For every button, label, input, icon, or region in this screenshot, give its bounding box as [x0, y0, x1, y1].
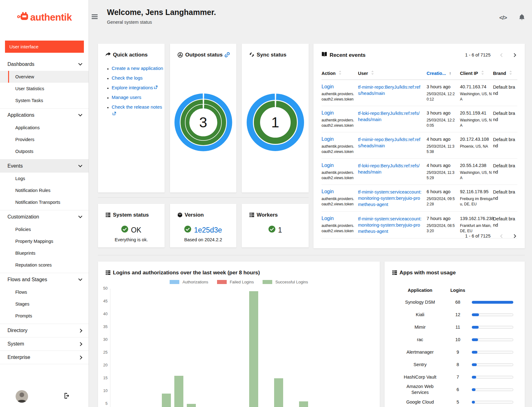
sidebar-section-label: Dashboards [7, 61, 34, 67]
event-creation-cell: 3 hours ago25/03/2024, 12:20:12 [427, 84, 460, 102]
legend-swatch [217, 280, 227, 284]
sidebar-section-header-customization[interactable]: Customization [0, 210, 89, 223]
pagination-label: 1 - 6 of 7125 [465, 233, 491, 238]
sidebar-item-flows[interactable]: Flows [0, 286, 89, 298]
legend-item-successful-logins[interactable]: Successful Logins [263, 280, 308, 284]
authentik-logo-text: authentik [30, 12, 72, 23]
event-action-cell: Loginauthentik.providers. oauth2.views.t… [322, 216, 358, 234]
event-client-ip-cell: 92.116.178.95Freiburg im Breisgau, DE, E… [460, 189, 493, 208]
event-action-link[interactable]: Login [322, 84, 334, 89]
sidebar-section-header-dashboards[interactable]: Dashboards [0, 58, 89, 71]
event-context: authentik.providers. oauth2.views.token [322, 196, 358, 207]
legend-item-failed-logins[interactable]: Failed Logins [217, 280, 254, 284]
app-usage-bar-cell [467, 376, 517, 379]
sidebar-item-blueprints[interactable]: Blueprints [0, 247, 89, 259]
event-row: Loginauthentik.providers. oauth2.views.t… [322, 80, 517, 106]
sidebar-section-header-system[interactable]: System [0, 337, 89, 351]
event-creation-cell: 4 hours ago25/03/2024, 11:35:29 [427, 163, 460, 181]
api-code-icon[interactable]: </> [499, 14, 507, 21]
sidebar-section-header-enterprise[interactable]: Enterprise [0, 351, 89, 364]
event-user-link[interactable]: tf-loki-repo:BeryJu/k8s:ref:refs/heads/m… [358, 163, 422, 175]
version-value-row: 1e25d3e [170, 226, 236, 234]
workers-card: Workers 1 [242, 204, 309, 248]
y-tick-label: 10 [98, 389, 108, 393]
sidebar-section-label: Customization [7, 214, 39, 220]
sidebar-item-outposts[interactable]: Outposts [0, 145, 89, 157]
events-table-body: Loginauthentik.providers. oauth2.views.t… [322, 80, 517, 238]
app-usage-bar-cell [467, 338, 517, 341]
apps-usage-row: Sentry8 [392, 358, 517, 371]
event-user-link[interactable]: tf-mimir-system:serviceaccount:monitorin… [358, 189, 422, 208]
column-label: Action [322, 71, 336, 76]
quick-action-link-manage-users[interactable]: Manage users [112, 95, 141, 100]
notifications-bell-icon[interactable] [519, 14, 525, 22]
app-usage-bar-track [472, 313, 513, 316]
sidebar-section-header-directory[interactable]: Directory [0, 324, 89, 337]
sign-out-icon[interactable] [64, 393, 70, 400]
sort-asc-icon: ↑ [449, 71, 451, 76]
chevron-down-icon [78, 277, 82, 281]
event-brand-cell: Default brand [493, 84, 517, 102]
app-usage-bar-track [472, 301, 513, 304]
column-header-user[interactable]: User [358, 71, 427, 76]
avatar[interactable] [16, 390, 28, 403]
version-value-link[interactable]: 1e25d3e [194, 226, 222, 234]
outpost-link-icon[interactable] [224, 52, 230, 59]
sidebar-item-prompts[interactable]: Prompts [0, 310, 89, 322]
app-usage-bar-fill [472, 363, 477, 366]
event-user-link[interactable]: tf-mimir-system:serviceaccount:monitorin… [358, 216, 422, 234]
sidebar-item-overview[interactable]: Overview [0, 71, 89, 83]
external-link-icon [153, 85, 157, 90]
sidebar-section-header-applications[interactable]: Applications [0, 109, 89, 122]
column-header-action[interactable]: Action [322, 71, 358, 76]
sidebar-item-notification-transports[interactable]: Notification Transports [0, 196, 89, 208]
sidebar-item-notification-rules[interactable]: Notification Rules [0, 184, 89, 196]
apps-table-header: ApplicationLogins [392, 285, 517, 296]
authentik-logo-icon [17, 11, 29, 24]
sidebar-item-logs[interactable]: Logs [0, 173, 89, 184]
app-usage-bar-fill [472, 326, 479, 329]
check-circle-icon [121, 226, 128, 234]
chevron-right-icon [78, 356, 82, 360]
sidebar-user-row [0, 390, 89, 403]
sync-status-card: Sync status 1 [242, 44, 309, 193]
quick-action-link-check-the-release-notes[interactable]: Check the release notes [112, 104, 162, 110]
sidebar-item-user-statistics[interactable]: User Statistics [0, 83, 89, 95]
sidebar-item-stages[interactable]: Stages [0, 298, 89, 310]
pagination-prev-button[interactable] [500, 234, 504, 238]
chart-bar [274, 378, 283, 407]
event-user-link[interactable]: tf-loki-repo:BeryJu/k8s:ref:refs/heads/m… [358, 110, 422, 123]
event-action-link[interactable]: Login [322, 136, 334, 142]
pagination-prev-button[interactable] [500, 53, 504, 57]
event-user-link[interactable]: tf-mimir-repo:BeryJu/k8s:ref:refs/heads/… [358, 84, 422, 96]
sidebar-item-policies[interactable]: Policies [0, 223, 89, 235]
event-action-link[interactable]: Login [322, 163, 334, 168]
sidebar-section-header-flows-and-stages[interactable]: Flows and Stages [0, 273, 89, 286]
sidebar-item-system-tasks[interactable]: System Tasks [0, 95, 89, 106]
user-interface-button[interactable]: User interface [5, 41, 84, 53]
event-action-link[interactable]: Login [322, 110, 334, 115]
pagination-next-button[interactable] [513, 53, 517, 57]
quick-action-link-create-a-new-application[interactable]: Create a new application [112, 66, 163, 71]
event-action-link[interactable]: Login [322, 216, 334, 221]
legend-item-authorizations[interactable]: Authorizations [170, 280, 208, 284]
sidebar-item-providers[interactable]: Providers [0, 134, 89, 145]
quick-action-link-explore-integrations[interactable]: Explore integrations [112, 85, 153, 90]
sidebar-item-applications[interactable]: Applications [0, 122, 89, 134]
sidebar-item-reputation-scores[interactable]: Reputation scores [0, 259, 89, 271]
column-header-creatio[interactable]: Creatio...↑ [427, 71, 460, 76]
column-header-brand[interactable]: Brand [493, 71, 517, 76]
event-user-cell: tf-mimir-system:serviceaccount:monitorin… [358, 189, 427, 208]
apps-usage-row: Google Cloud5 [392, 396, 517, 407]
event-user-link[interactable]: tf-mimir-repo:BeryJu/k8s:ref:refs/heads/… [358, 136, 422, 149]
quick-action-link-check-the-logs[interactable]: Check the logs [112, 75, 143, 81]
sidebar-section-label: System [7, 341, 24, 347]
sidebar-section-header-events[interactable]: Events [0, 159, 89, 173]
sidebar-item-property-mappings[interactable]: Property Mappings [0, 235, 89, 247]
event-action-link[interactable]: Login [322, 189, 334, 194]
y-tick-label: 40 [98, 312, 108, 316]
pagination-next-button[interactable] [513, 234, 517, 238]
hamburger-menu-icon[interactable] [92, 14, 98, 20]
column-header-client-ip[interactable]: Client IP [460, 71, 493, 76]
sidebar-section-label: Events [7, 163, 23, 169]
